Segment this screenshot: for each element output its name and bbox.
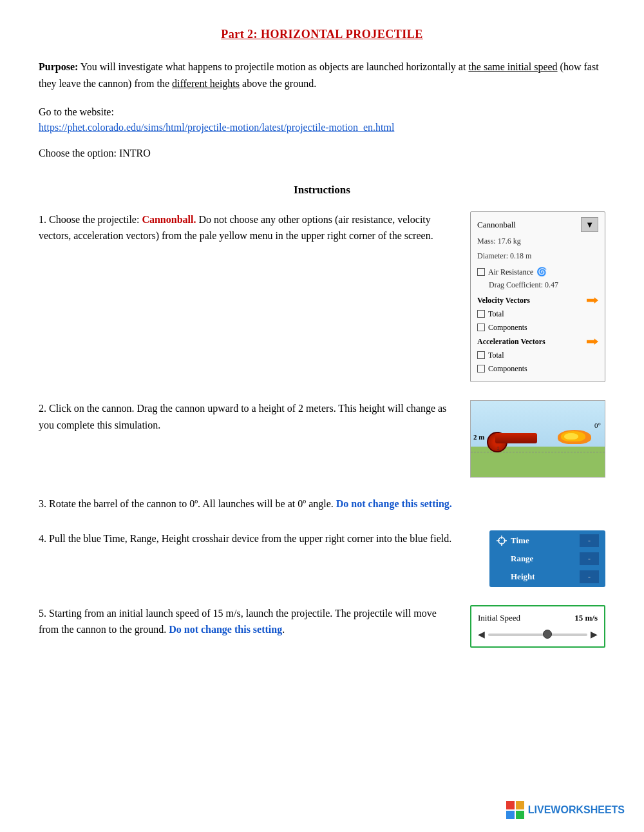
- height-value: -: [580, 570, 599, 583]
- purpose-text: Purpose: You will investigate what happe…: [39, 59, 605, 92]
- acceleration-arrow-icon: [587, 338, 598, 345]
- slider-track[interactable]: [488, 634, 587, 636]
- intro-text: Choose the option: INTRO: [39, 146, 605, 161]
- instruction-item-1: 1. Choose the projectile: Cannonball. Do…: [39, 211, 605, 382]
- speed-widget: Initial Speed 15 m/s ◀ ▶: [470, 605, 605, 648]
- instruction-4-text: 4. Pull the blue Time, Range, Height cro…: [39, 530, 477, 547]
- instruction-1-text: 1. Choose the projectile: Cannonball. Do…: [39, 211, 457, 244]
- cannon-widget: 2 m 0° ↕: [470, 400, 605, 478]
- instruction-5-visual: Initial Speed 15 m/s ◀ ▶: [470, 605, 605, 648]
- item-5-blue: Do not change this setting: [169, 624, 282, 635]
- lw-icon: [506, 801, 524, 819]
- drag-coefficient: Drag Coefficient: 0.47: [489, 280, 598, 291]
- liveworksheets-logo: LIVEWORKSHEETS: [506, 801, 625, 819]
- widget-mass: Mass: 17.6 kg: [477, 236, 598, 247]
- item-4-number: 4.: [39, 533, 49, 544]
- dropdown-arrow[interactable]: ▼: [581, 217, 598, 233]
- item-1-number: 1.: [39, 214, 49, 225]
- instruction-5-content: 5. Starting from an initial launch speed…: [39, 605, 457, 638]
- widget-diameter: Diameter: 0.18 m: [477, 251, 598, 262]
- range-value: -: [580, 552, 599, 565]
- instruction-item-2: 2. Click on the cannon. Drag the cannon …: [39, 400, 605, 478]
- slider-left-arrow[interactable]: ◀: [478, 628, 485, 641]
- purpose-section: Purpose: You will investigate what happe…: [39, 59, 605, 92]
- acceleration-vectors-label: Acceleration Vectors: [477, 336, 545, 347]
- range-label: Range: [511, 552, 576, 565]
- time-label: Time: [511, 534, 576, 547]
- cannonball-title: Cannonball: [477, 218, 516, 231]
- instruction-2-content: 2. Click on the cannon. Drag the cannon …: [39, 400, 457, 433]
- item-1-before: Choose the projectile:: [49, 214, 142, 225]
- item-2-number: 2.: [39, 403, 49, 414]
- acceleration-components-checkbox[interactable]: [477, 365, 485, 372]
- item-3-number: 3.: [39, 498, 49, 509]
- purpose-label: Purpose:: [39, 61, 78, 72]
- fan-icon: 🌀: [536, 266, 547, 278]
- speed-value: 15 m/s: [574, 612, 598, 624]
- velocity-arrow-icon: [587, 296, 598, 304]
- instructions-title: Instructions: [39, 182, 605, 198]
- item-5-after: .: [282, 624, 285, 635]
- velocity-total-checkbox[interactable]: [477, 310, 485, 318]
- instruction-2-visual: 2 m 0° ↕: [470, 400, 605, 478]
- item-4-body: Pull the blue Time, Range, Height crossh…: [49, 533, 451, 544]
- cannonball-widget: Cannonball ▼ Mass: 17.6 kg Diameter: 0.1…: [470, 211, 605, 382]
- intro-section: Choose the option: INTRO: [39, 146, 605, 161]
- air-resistance-checkbox[interactable]: [477, 268, 485, 276]
- instruction-item-4: 4. Pull the blue Time, Range, Height cro…: [39, 530, 605, 587]
- speed-label: Initial Speed: [478, 612, 520, 624]
- instruction-1-content: 1. Choose the projectile: Cannonball. Do…: [39, 211, 457, 244]
- acceleration-total-label: Total: [488, 349, 504, 361]
- instruction-item-5: 5. Starting from an initial launch speed…: [39, 605, 605, 648]
- instruction-4-content: 4. Pull the blue Time, Range, Height cro…: [39, 530, 477, 547]
- velocity-vectors-label: Velocity Vectors: [477, 295, 530, 306]
- trh-widget: Time - Range - Height -: [489, 530, 605, 587]
- instruction-4-visual: Time - Range - Height -: [489, 530, 605, 587]
- velocity-components-checkbox[interactable]: [477, 324, 485, 331]
- time-value: -: [580, 534, 599, 547]
- instruction-1-visual: Cannonball ▼ Mass: 17.6 kg Diameter: 0.1…: [470, 211, 605, 382]
- item-5-number: 5.: [39, 608, 49, 619]
- instruction-5-text: 5. Starting from an initial launch speed…: [39, 605, 457, 638]
- angle-label: 0°: [594, 420, 601, 431]
- crosshair-icon: [496, 535, 507, 547]
- slider-thumb[interactable]: [543, 630, 552, 639]
- height-label-trh: Height: [511, 570, 576, 583]
- website-section: Go to the website: https://phet.colorado…: [39, 104, 605, 135]
- item-3-blue: Do not change this setting.: [336, 498, 452, 509]
- air-resistance-label: Air Resistance: [488, 266, 533, 278]
- page-title: Part 2: HORIZONTAL PROJECTILE: [39, 26, 605, 43]
- instruction-item-3: 3. Rotate the barrel of the cannon to 0º…: [39, 496, 605, 512]
- velocity-components-label: Components: [488, 322, 527, 333]
- instruction-3-text: 3. Rotate the barrel of the cannon to 0º…: [39, 496, 605, 512]
- lw-text: LIVEWORKSHEETS: [528, 802, 625, 818]
- item-2-body: Click on the cannon. Drag the cannon upw…: [39, 403, 446, 431]
- slider-right-arrow[interactable]: ▶: [591, 628, 598, 641]
- acceleration-components-label: Components: [488, 363, 527, 374]
- website-link[interactable]: https://phet.colorado.edu/sims/html/proj…: [39, 122, 394, 133]
- item-3-before: Rotate the barrel of the cannon to 0º. A…: [49, 498, 336, 509]
- purpose-body: You will investigate what happens to pro…: [39, 61, 599, 89]
- instruction-2-text: 2. Click on the cannon. Drag the cannon …: [39, 400, 457, 433]
- item-1-red: Cannonball.: [142, 214, 196, 225]
- acceleration-total-checkbox[interactable]: [477, 351, 485, 359]
- website-label: Go to the website:: [39, 104, 605, 120]
- velocity-total-label: Total: [488, 308, 504, 320]
- height-label: 2 m: [473, 432, 484, 443]
